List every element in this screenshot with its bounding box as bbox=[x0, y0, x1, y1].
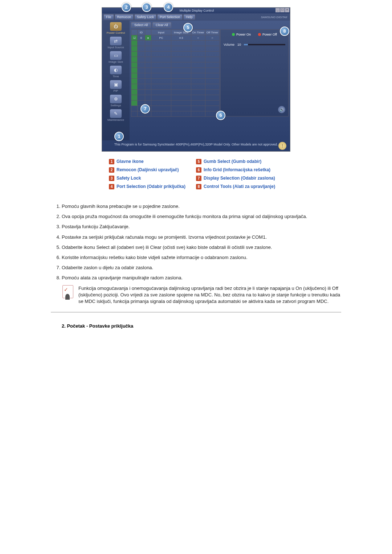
table-row[interactable] bbox=[131, 46, 220, 52]
legend-4: Port Selection (Odabir priključka) bbox=[117, 184, 185, 189]
table-row[interactable] bbox=[131, 95, 220, 100]
legend-badge-5: 5 bbox=[196, 159, 201, 164]
table-row[interactable] bbox=[131, 84, 220, 90]
table-row[interactable] bbox=[131, 68, 220, 73]
sidebar-item-maintenance[interactable]: ✎ Maintenance bbox=[103, 109, 129, 122]
power-icon: ⏻ bbox=[110, 22, 122, 31]
legend-table: 1Glavne ikone 5Gumb Select (Gumb odabir)… bbox=[109, 159, 283, 192]
list-item: Pomoću alata za upravljanje manipulirajt… bbox=[62, 275, 341, 281]
legend-8: Control Tools (Alati za upravljanje) bbox=[204, 184, 275, 189]
table-row[interactable] bbox=[131, 62, 220, 68]
power-off-icon bbox=[258, 33, 261, 36]
legend-badge-1: 1 bbox=[109, 159, 114, 164]
menu-file[interactable]: File bbox=[103, 14, 114, 20]
app-screenshot: 1 2 3 4 5 6 7 8 Multiple Display Control… bbox=[102, 7, 290, 152]
table-row[interactable]: ☑ 0 ● PC 4:3 bbox=[131, 35, 220, 41]
power-off-button[interactable]: Power Off bbox=[258, 33, 277, 36]
callout-7: 7 bbox=[140, 104, 150, 114]
sidebar-item-power-control[interactable]: ⏻ Power Control bbox=[103, 22, 129, 34]
legend-badge-6: 6 bbox=[196, 167, 201, 173]
table-row[interactable] bbox=[131, 79, 220, 84]
footer-message: This Program is for Samsung SyncMaster 4… bbox=[102, 140, 290, 151]
sidebar-item-pip[interactable]: ▣ PIP bbox=[103, 80, 129, 93]
control-tools-panel: Power On Power Off Volume 10 🔊 bbox=[220, 29, 289, 116]
legend-3: Safety Lock bbox=[117, 176, 141, 181]
select-all-button[interactable]: Select All bbox=[131, 22, 151, 28]
legend-1: Glavne ikone bbox=[117, 159, 144, 164]
callout-2: 2 bbox=[122, 3, 131, 12]
description-list: Pomoću glavnih ikona prebacujte se u poj… bbox=[51, 203, 341, 329]
maximize-button[interactable]: □ bbox=[280, 8, 285, 12]
info-grid: ID Input Image Size On Timer Off Timer ☑… bbox=[131, 29, 220, 117]
legend-badge-4: 4 bbox=[109, 184, 114, 189]
volume-label: Volume bbox=[224, 43, 234, 46]
table-row[interactable] bbox=[131, 73, 220, 79]
power-on-button[interactable]: Power On bbox=[232, 33, 251, 36]
callout-3: 3 bbox=[142, 3, 151, 12]
sidebar: ⏻ Power Control ⇄ Input Source ▭ Image S… bbox=[102, 21, 130, 140]
clear-all-button[interactable]: Clear All bbox=[152, 22, 171, 28]
list-item: Postavlja funkciju Zaključavanje. bbox=[62, 223, 341, 230]
list-item: Pomoću glavnih ikona prebacujte se u poj… bbox=[62, 203, 341, 210]
callout-6: 6 bbox=[216, 111, 225, 120]
legend-5: Gumb Select (Gumb odabir) bbox=[204, 159, 261, 164]
sidebar-item-image-size[interactable]: ▭ Image Size bbox=[103, 51, 129, 63]
list-item: Ova opcija pruža mogućnost da omogućite … bbox=[62, 213, 341, 220]
list-item: Postavke za serijski priključak računala… bbox=[62, 234, 341, 241]
settings-icon: ⚙ bbox=[110, 95, 122, 103]
menu-port-selection[interactable]: Port Selection bbox=[157, 14, 183, 20]
legend-2: Remocon (Daljinski upravljač) bbox=[117, 167, 179, 173]
speaker-icon[interactable]: 🔊 bbox=[278, 106, 285, 113]
volume-value: 10 bbox=[237, 43, 241, 46]
list-item: Odaberite zaslon u dijelu za odabir zasl… bbox=[62, 264, 341, 271]
section-heading: 2. Početak - Postavke priključka bbox=[62, 323, 341, 329]
power-on-icon bbox=[232, 33, 235, 36]
app-title: Multiple Display Control bbox=[180, 9, 214, 12]
legend-6: Info Grid (Informacijska rešetka) bbox=[204, 167, 270, 173]
minimize-button[interactable]: _ bbox=[275, 8, 280, 12]
legend-7: Display Selection (Odabir zaslona) bbox=[204, 176, 275, 181]
warning-icon: ! bbox=[278, 142, 286, 150]
sidebar-item-input-source[interactable]: ⇄ Input Source bbox=[103, 37, 129, 49]
legend-badge-8: 8 bbox=[196, 184, 201, 189]
divider bbox=[51, 312, 341, 312]
list-item: Odaberite ikonu Select all (odaberi sve)… bbox=[62, 244, 341, 251]
table-row[interactable] bbox=[131, 90, 220, 95]
legend-badge-7: 7 bbox=[196, 176, 201, 181]
brand-label: SAMSUNG DIGITAll bbox=[261, 16, 287, 19]
maintenance-icon: ✎ bbox=[110, 109, 122, 118]
legend-badge-3: 3 bbox=[109, 176, 114, 181]
legend-badge-2: 2 bbox=[109, 167, 114, 173]
volume-slider[interactable] bbox=[244, 44, 285, 45]
volume-control: Volume 10 bbox=[224, 43, 285, 46]
callout-8: 8 bbox=[280, 26, 289, 36]
table-row[interactable] bbox=[131, 52, 220, 57]
note-block: ✓ Funkcija omogućavanja i onemogućavanja… bbox=[62, 285, 341, 305]
note-text: Funkcija omogućavanja i onemogućavanja d… bbox=[78, 285, 341, 305]
note-icon: ✓ bbox=[62, 285, 74, 300]
table-row[interactable] bbox=[131, 41, 220, 46]
menu-help[interactable]: Help bbox=[183, 14, 195, 20]
sidebar-item-time[interactable]: ◐ Time bbox=[103, 66, 129, 78]
list-item: Koristite informacijsku rešetku kako bis… bbox=[62, 254, 341, 261]
imagesize-icon: ▭ bbox=[110, 51, 122, 60]
callout-4: 4 bbox=[164, 3, 173, 12]
table-row[interactable] bbox=[131, 57, 220, 62]
callout-1: 1 bbox=[114, 132, 124, 141]
close-button[interactable]: × bbox=[285, 8, 289, 12]
input-icon: ⇄ bbox=[110, 37, 122, 45]
callout-5: 5 bbox=[183, 23, 193, 32]
pip-icon: ▣ bbox=[110, 80, 122, 89]
sidebar-item-settings[interactable]: ⚙ Settings bbox=[103, 95, 129, 107]
menu-remocon[interactable]: Remocon bbox=[115, 14, 134, 20]
window-controls: _ □ × bbox=[275, 8, 289, 12]
time-icon: ◐ bbox=[110, 66, 122, 74]
menu-safety-lock[interactable]: Safety Lock bbox=[134, 14, 156, 20]
